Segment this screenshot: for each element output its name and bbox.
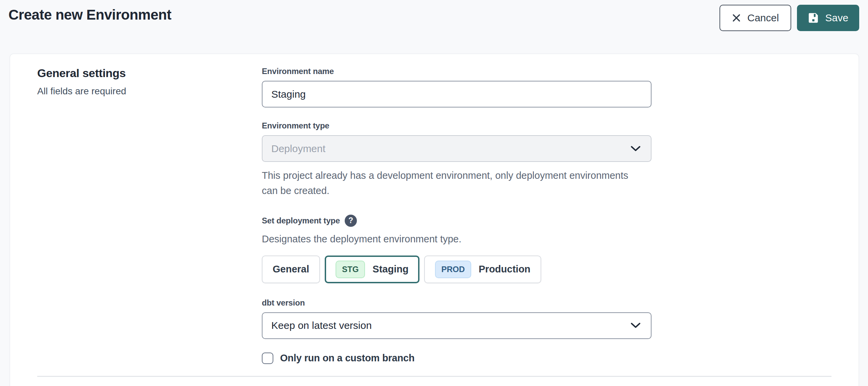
cancel-button-label: Cancel [747, 12, 779, 24]
custom-branch-checkbox[interactable] [262, 353, 273, 364]
staging-badge: STG [336, 261, 365, 278]
environment-type-value: Deployment [271, 143, 325, 154]
custom-branch-row: Only run on a custom branch [262, 353, 652, 364]
environment-name-input[interactable] [262, 81, 652, 107]
section-divider [37, 376, 831, 377]
question-mark-icon[interactable]: ? [345, 215, 357, 227]
section-heading: General settings [37, 67, 262, 80]
deployment-type-production-button[interactable]: PROD Production [424, 256, 541, 283]
save-button-label: Save [825, 12, 848, 24]
chevron-down-icon [631, 322, 641, 329]
dbt-version-label: dbt version [262, 298, 652, 308]
production-badge: PROD [435, 261, 471, 278]
deployment-type-label-row: Set deployment type ? [262, 215, 652, 227]
environment-type-label: Environment type [262, 121, 652, 130]
card-grid: General settings All fields are required… [10, 54, 859, 364]
deployment-type-label: Set deployment type [262, 216, 340, 225]
save-button[interactable]: Save [797, 5, 859, 31]
deployment-type-general-button[interactable]: General [262, 256, 320, 283]
environment-name-label: Environment name [262, 67, 652, 76]
environment-type-select[interactable]: Deployment [262, 135, 652, 162]
deployment-type-staging-label: Staging [372, 264, 408, 275]
deployment-type-description: Designates the deployment environment ty… [262, 232, 631, 247]
environment-form: Environment name Environment type Deploy… [262, 67, 652, 364]
deployment-type-general-label: General [273, 264, 309, 275]
custom-branch-label: Only run on a custom branch [280, 353, 414, 364]
environment-type-helper: This project already has a development e… [262, 168, 631, 198]
cancel-button[interactable]: Cancel [719, 5, 791, 31]
deployment-type-staging-button[interactable]: STG Staging [325, 256, 419, 283]
page-title: Create new Environment [8, 5, 171, 23]
close-icon [732, 13, 741, 23]
dbt-version-value: Keep on latest version [271, 320, 372, 331]
create-environment-card: General settings All fields are required… [9, 53, 859, 386]
deployment-type-options: General STG Staging PROD Production [262, 256, 652, 283]
dbt-version-select[interactable]: Keep on latest version [262, 312, 652, 339]
section-subheading: All fields are required [37, 86, 262, 97]
chevron-down-icon [631, 146, 641, 152]
deployment-type-production-label: Production [479, 264, 530, 275]
general-settings-section: General settings All fields are required [37, 67, 262, 364]
header-actions: Cancel Save [719, 5, 859, 31]
save-floppy-icon [808, 12, 819, 24]
page-header: Create new Environment Cancel Save [0, 0, 868, 53]
